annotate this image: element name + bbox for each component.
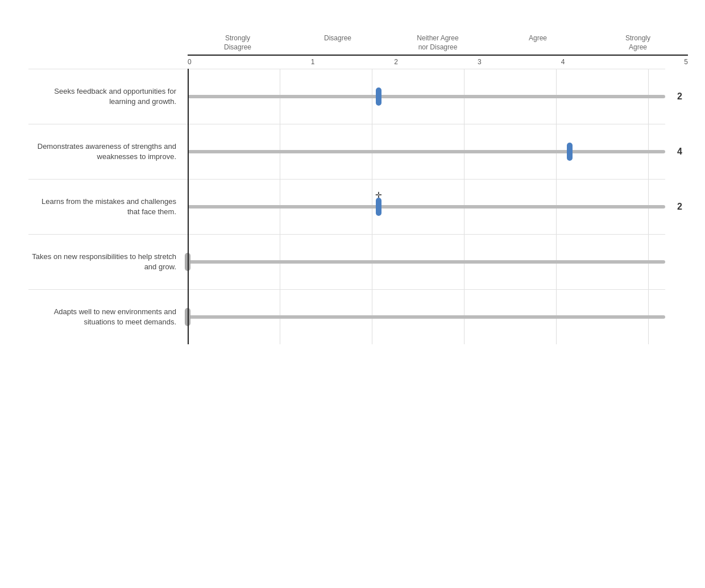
bar-row[interactable]: 4 <box>188 135 665 169</box>
question-row: Learns from the mistakes and challenges … <box>28 179 665 234</box>
zero-axis-line <box>188 69 189 344</box>
score-value: 2 <box>677 202 682 212</box>
bar-row[interactable] <box>188 300 665 334</box>
scale-label-neither: Neither Agreenor Disagree <box>388 34 488 52</box>
question-label: Adapts well to new environments and situ… <box>28 307 188 327</box>
scale-label-disagree: Disagree <box>288 34 388 52</box>
scale-label-agree: Agree <box>488 34 588 52</box>
drag-icon: ✛ <box>375 190 382 199</box>
bar-row[interactable]: ✛2 <box>188 190 665 224</box>
axis-numbers: 0 1 2 3 4 5 <box>188 55 688 66</box>
question-label: Learns from the mistakes and challenges … <box>28 197 188 217</box>
question-row: Takes on new responsibilities to help st… <box>28 234 665 289</box>
rows-container: Seeks feedback and opportunities for lea… <box>28 69 665 344</box>
slider-marker[interactable] <box>376 87 381 106</box>
slider-marker[interactable] <box>376 198 381 216</box>
slider-track <box>188 150 665 153</box>
slider-marker[interactable] <box>567 143 573 161</box>
slider-track <box>188 95 665 98</box>
question-row: Adapts well to new environments and situ… <box>28 289 665 344</box>
scale-label-strongly-agree: StronglyAgree <box>588 34 688 52</box>
slider-track <box>188 315 665 319</box>
question-row: Seeks feedback and opportunities for lea… <box>28 69 665 124</box>
slider-track <box>188 260 665 264</box>
bar-row[interactable]: 2 <box>188 80 665 114</box>
question-label: Seeks feedback and opportunities for lea… <box>28 86 188 107</box>
slider-track <box>188 205 665 208</box>
scale-labels: StronglyDisagree Disagree Neither Agreen… <box>188 34 688 55</box>
score-value: 4 <box>677 147 682 157</box>
bar-row[interactable] <box>188 245 665 279</box>
scale-label-strongly-disagree: StronglyDisagree <box>188 34 288 52</box>
question-label: Demonstrates awareness of strengths and … <box>28 141 188 162</box>
question-label: Takes on new responsibilities to help st… <box>28 252 188 272</box>
question-row: Demonstrates awareness of strengths and … <box>28 124 665 179</box>
scale-header: StronglyDisagree Disagree Neither Agreen… <box>28 34 688 66</box>
chart-container: StronglyDisagree Disagree Neither Agreen… <box>28 34 688 344</box>
score-value: 2 <box>677 91 682 102</box>
